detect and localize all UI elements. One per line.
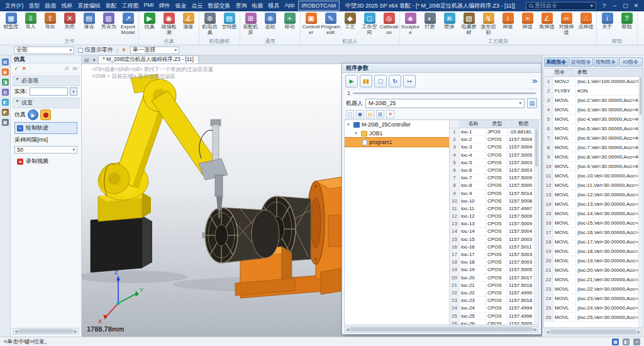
- export-button[interactable]: ⇧ 导出: [40, 12, 60, 38]
- reset-icon[interactable]: ↺: [64, 65, 69, 72]
- delete-program-icon[interactable]: ✕: [386, 110, 394, 118]
- chevron-down-icon[interactable]: ▾: [92, 57, 97, 64]
- instruction-row[interactable]: 3 MOVL (loc-2,Vel=30.00000,Acc=40.0...: [544, 96, 643, 105]
- point-table-row[interactable]: 18 loc-18 CPOS 1157.5003: [450, 259, 538, 266]
- spot-weld-button[interactable]: ∴ 点焊缝: [576, 12, 596, 38]
- instruction-row[interactable]: 1 MOVJ (loc-1,Vel=100.00000,Acc=50...: [544, 77, 643, 86]
- point-table-row[interactable]: 4 loc-4 CPOS 1157.5005: [450, 152, 538, 159]
- menu-item[interactable]: PMI: [142, 1, 157, 11]
- menu-item[interactable]: 装配: [103, 1, 119, 11]
- menu-item[interactable]: 数据交换: [206, 1, 233, 11]
- instruction-row[interactable]: 2 FLYBY #ON: [544, 86, 643, 96]
- tree-node-controller[interactable]: ▾ M-20iB_25Controller: [345, 120, 449, 129]
- progress-slider[interactable]: [353, 92, 536, 94]
- point-table-row[interactable]: 10 loc-10 CPOS 1157.5008: [450, 198, 538, 205]
- instruction-row[interactable]: 25 MOVL (loc-24,Vel=30.00000,Acc=40...: [544, 303, 643, 313]
- menu-item[interactable]: App: [282, 1, 297, 11]
- visual-manager-icon[interactable]: ◧: [2, 99, 9, 106]
- scroll-left-icon[interactable]: ◀: [14, 329, 18, 334]
- instruction-row[interactable]: 12 MOVL (loc-11,Vel=30.00000,Acc=40...: [544, 181, 643, 190]
- scroll-right-icon[interactable]: ▶: [534, 327, 537, 332]
- instruction-row[interactable]: 20 MOVL (loc-19,Vel=30.00000,Acc=40...: [544, 256, 643, 265]
- point-table-row[interactable]: 3 loc-3 CPOS 1157.5004: [450, 143, 538, 151]
- scroll-thumb[interactable]: [535, 129, 538, 167]
- instruction-row[interactable]: 6 MOVL (loc-5,Vel=30.00000,Acc=40.0...: [544, 124, 643, 133]
- scroll-right-icon[interactable]: ▶: [638, 330, 641, 335]
- point-table-row[interactable]: 5 loc-5 CPOS 1157.5003: [450, 159, 538, 167]
- tab-list-icon[interactable]: ▤: [83, 57, 91, 64]
- loop-button[interactable]: ↻: [389, 75, 401, 87]
- scroll-thumb[interactable]: [350, 327, 532, 332]
- instruction-row[interactable]: 23 MOVL (loc-22,Vel=30.00000,Acc=40...: [544, 284, 643, 294]
- scroll-thumb[interactable]: [19, 329, 72, 333]
- interval-select[interactable]: 50 ▾: [14, 146, 77, 153]
- move-button[interactable]: + 移动: [280, 12, 299, 38]
- menu-item[interactable]: 曲面: [43, 1, 59, 11]
- point-table-row[interactable]: 21 loc-21 CPOS 1157.5018: [450, 282, 538, 289]
- polish-button[interactable]: ◐ 打磨: [420, 12, 440, 38]
- scroll-left-icon[interactable]: ◀: [346, 327, 349, 332]
- instruction-row[interactable]: 7 MOVL (loc-6,Vel=30.00000,Acc=40.0...: [544, 133, 643, 143]
- instruction-row[interactable]: 11 MOVL (loc-10,Vel=30.00000,Acc=40...: [544, 171, 643, 181]
- scroll-thumb[interactable]: [640, 77, 642, 115]
- process-button[interactable]: ◆ 工艺: [340, 12, 360, 38]
- point-table-row[interactable]: 26 loc-26 CPOS 1157.5005: [450, 320, 538, 325]
- point-table-row[interactable]: 11 loc-11 CPOS 1157.4997: [450, 205, 538, 213]
- stop-button[interactable]: ▢: [374, 75, 387, 87]
- instruction-row[interactable]: 10 MOVL (loc-9,Vel=30.00000,Acc=40.0...: [544, 162, 643, 171]
- help-button[interactable]: ?: [599, 1, 609, 10]
- instruction-row[interactable]: 13 MOVL (loc-12,Vel=30.00000,Acc=40...: [544, 190, 643, 199]
- spray-button[interactable]: ≋ 喷涂: [440, 12, 459, 38]
- panel-horizontal-scrollbar[interactable]: ◀ ▶: [13, 328, 79, 335]
- expander-icon[interactable]: ▾: [347, 122, 352, 127]
- point-table-row[interactable]: 1 loc-1 JPOS -15.88181,: [450, 128, 538, 136]
- play-mode-button[interactable]: ▶: [28, 109, 38, 120]
- robot-arm[interactable]: [98, 74, 219, 221]
- program-horizontal-scrollbar[interactable]: ◀ ▶: [344, 326, 539, 333]
- instruction-row[interactable]: 16 MOVL (loc-15,Vel=30.00000,Acc=40...: [544, 218, 643, 228]
- pick-mode-select[interactable]: 单一选择 ▾: [130, 47, 179, 54]
- point-table-row[interactable]: 2 loc-2 CPOS 1157.5004: [450, 136, 538, 143]
- instruction-row[interactable]: 21 MOVL (loc-20,Vel=30.00000,Acc=40...: [544, 265, 643, 275]
- weld-seam-button[interactable]: ≈ 焊缝: [518, 12, 537, 38]
- point-table-row[interactable]: 14 loc-14 CPOS 1157.5004: [450, 228, 538, 235]
- instruction-row[interactable]: 24 MOVL (loc-23,Vel=30.00000,Acc=40...: [544, 294, 643, 303]
- fillet-weld-button[interactable]: ∠ 角焊缝: [537, 12, 557, 38]
- entity-input[interactable]: [30, 87, 68, 96]
- draw-track-toggle[interactable]: ≈ 绘制轨迹: [14, 122, 77, 134]
- instruction-row[interactable]: 15 MOVL (loc-14,Vel=30.00000,Acc=40...: [544, 209, 643, 218]
- about-button[interactable]: i 关于: [597, 12, 617, 38]
- point-table-row[interactable]: 13 loc-13 CPOS 1157.5009: [450, 220, 538, 228]
- save-program-icon[interactable]: ▤: [366, 110, 374, 118]
- tree-node-program[interactable]: program1: [345, 138, 449, 147]
- instruction-row[interactable]: 26 MOVL (loc-25,Vel=30.00000,Acc=40...: [544, 313, 643, 322]
- expand-panel-icon[interactable]: ≫: [72, 65, 78, 72]
- butt-weld-button[interactable]: ═ 对接焊缝: [557, 12, 576, 38]
- point-table-row[interactable]: 15 loc-15 CPOS 1157.5003: [450, 236, 538, 243]
- point-table-row[interactable]: 6 loc-6 CPOS 1157.5003: [450, 167, 538, 174]
- role-manager-icon[interactable]: ◩: [2, 109, 9, 116]
- instruction-vertical-scrollbar[interactable]: [638, 77, 643, 327]
- menu-item[interactable]: 点云: [189, 1, 206, 11]
- assemble-machine-button[interactable]: ⊞ 装配机床: [241, 12, 260, 38]
- view-manager-icon[interactable]: ◨: [2, 79, 9, 86]
- filter-funnel-icon[interactable]: ▼: [121, 47, 126, 53]
- controller-button[interactable]: ▣ Controller: [301, 12, 321, 38]
- simulate-button[interactable]: ▶ 仿真: [140, 12, 159, 38]
- scope-filter-select[interactable]: 全部 ▾: [14, 47, 74, 54]
- save-as-button[interactable]: ▥ 另存为: [99, 12, 118, 38]
- instruction-row[interactable]: 4 MOVL (loc-3,Vel=30.00000,Acc=40.0...: [544, 105, 643, 114]
- settings-section-header[interactable]: ▼ 设置: [13, 98, 79, 108]
- expander-icon[interactable]: ▾: [355, 131, 359, 136]
- step-button[interactable]: ↦: [403, 75, 416, 87]
- menu-item[interactable]: 钣金: [173, 1, 189, 11]
- parts-only-checkbox[interactable]: 仅显示零件: [78, 46, 113, 54]
- entity-picker-button[interactable]: ▾: [70, 87, 77, 96]
- sculpture-button[interactable]: ◈ Sculpture: [401, 12, 420, 38]
- tool-assembly[interactable]: [199, 120, 228, 218]
- record-mode-button[interactable]: [40, 109, 51, 120]
- cage-drum-front[interactable]: [203, 208, 279, 263]
- basic-button[interactable]: ⊕ 基础: [260, 12, 280, 38]
- cancel-button[interactable]: ✕: [22, 65, 27, 72]
- tab-irobotcam[interactable]: IROBOTCAM: [299, 1, 340, 10]
